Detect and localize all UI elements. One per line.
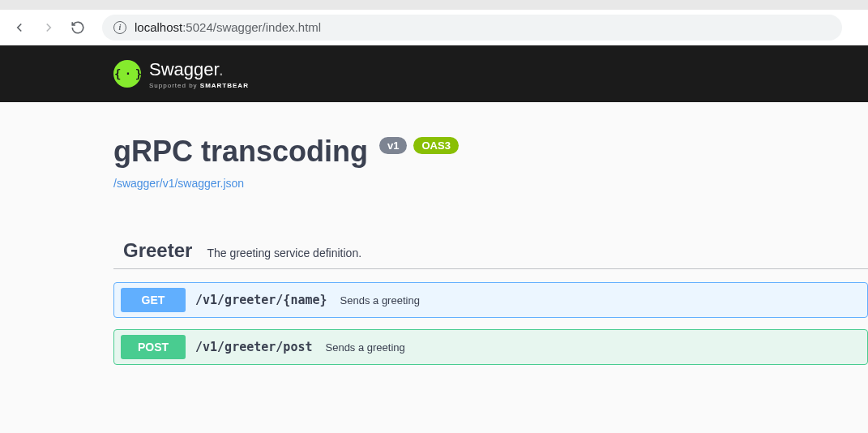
operation-path: /v1/greeter/{name}: [195, 293, 327, 307]
url-text: localhost:5024/swagger/index.html: [135, 20, 321, 34]
url-host: localhost: [135, 20, 182, 34]
operation-path: /v1/greeter/post: [195, 340, 313, 354]
back-button[interactable]: [10, 18, 29, 37]
operation-get[interactable]: GET/v1/greeter/{name}Sends a greeting: [113, 282, 868, 318]
tag-description: The greeting service definition.: [207, 247, 361, 259]
browser-tab-strip: [0, 0, 868, 10]
swagger-logo-icon: { · }: [113, 60, 141, 88]
spec-link[interactable]: /swagger/v1/swagger.json: [113, 177, 244, 190]
swagger-logo[interactable]: { · } Swagger. Supported by SMARTBEAR: [113, 59, 249, 89]
forward-button[interactable]: [39, 18, 58, 37]
operation-list: GET/v1/greeter/{name}Sends a greetingPOS…: [113, 282, 868, 365]
address-bar[interactable]: i localhost:5024/swagger/index.html: [102, 15, 842, 41]
swagger-content: gRPC transcoding v1 OAS3 /swagger/v1/swa…: [0, 102, 868, 365]
site-info-icon[interactable]: i: [113, 21, 126, 34]
reload-button[interactable]: [68, 18, 88, 37]
url-path: :5024/swagger/index.html: [182, 20, 321, 34]
swagger-brand-text: Swagger.: [149, 59, 249, 80]
tag-header[interactable]: Greeter The greeting service definition.: [113, 239, 868, 269]
api-title-row: gRPC transcoding v1 OAS3: [113, 135, 868, 169]
version-badge: v1: [379, 137, 407, 154]
tag-name: Greeter: [123, 239, 192, 262]
oas-badge: OAS3: [413, 137, 458, 154]
browser-toolbar: i localhost:5024/swagger/index.html: [0, 10, 868, 45]
swagger-top-bar: { · } Swagger. Supported by SMARTBEAR: [0, 45, 868, 102]
swagger-supported-by: Supported by SMARTBEAR: [149, 82, 249, 89]
http-method-badge: POST: [121, 335, 186, 359]
operation-summary: Sends a greeting: [326, 341, 405, 354]
http-method-badge: GET: [121, 288, 186, 312]
api-title: gRPC transcoding: [113, 135, 368, 169]
operation-summary: Sends a greeting: [340, 294, 420, 307]
tag-section: Greeter The greeting service definition.…: [113, 239, 868, 365]
operation-post[interactable]: POST/v1/greeter/postSends a greeting: [113, 329, 868, 365]
